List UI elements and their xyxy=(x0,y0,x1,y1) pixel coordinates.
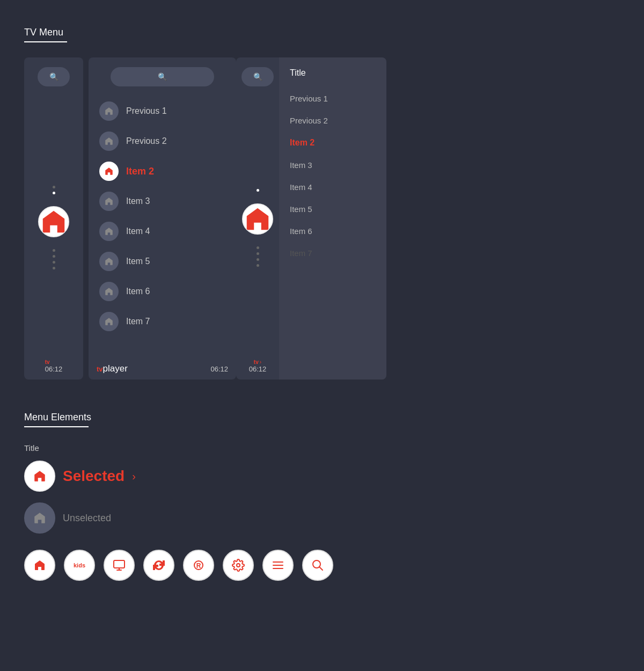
panel-3-footer: tv › 06:12 xyxy=(249,359,267,380)
kids-icon-button[interactable]: kids xyxy=(64,550,95,581)
home-icon-circle xyxy=(99,282,119,301)
dot xyxy=(257,264,259,267)
panel-2: 🔍 Previous 1 Previous 2 xyxy=(89,57,236,380)
panels-container: 🔍 xyxy=(0,47,644,396)
list-item[interactable]: Item 5 xyxy=(89,246,236,276)
tvplayer-logo-sm: tv xyxy=(45,359,63,365)
home-icon-circle xyxy=(99,312,119,331)
dot-active xyxy=(53,192,55,194)
unselected-home-icon-large[interactable] xyxy=(24,502,55,534)
dots-nav-p1-bottom xyxy=(53,249,55,269)
search-icon-p3: 🔍 xyxy=(253,72,262,81)
list-item[interactable]: Item 6 xyxy=(89,276,236,307)
home-icon-circle xyxy=(99,192,119,211)
home-icon-circle xyxy=(99,101,119,121)
tv-logo-part: tv xyxy=(45,359,50,365)
tv-menu-section-header: TV Menu xyxy=(0,0,644,47)
home-icon-circle xyxy=(99,252,119,271)
menu-elements-title: Menu Elements xyxy=(24,412,620,423)
menu-item-label: Previous 1 xyxy=(126,106,167,116)
panel-3-content: 🔍 tv xyxy=(236,57,279,380)
dot xyxy=(257,246,259,249)
list-icon-button[interactable] xyxy=(262,550,294,581)
dot xyxy=(257,252,259,255)
dot xyxy=(53,267,55,269)
list-item[interactable]: Item 6 xyxy=(290,220,376,242)
record-icon-button[interactable]: R xyxy=(183,550,214,581)
selected-home-icon-p3[interactable] xyxy=(242,203,273,235)
list-item[interactable]: Previous 2 xyxy=(89,126,236,156)
list-item[interactable]: Item 4 xyxy=(290,176,376,198)
settings-icon-button[interactable] xyxy=(223,550,254,581)
list-item-faded[interactable]: Item 7 xyxy=(290,242,376,264)
panel-1-nav xyxy=(38,96,69,359)
menu-elements-section: Menu Elements Title Selected › Unselecte… xyxy=(0,396,644,581)
logo-tv-sm: tv xyxy=(254,359,259,365)
dot xyxy=(53,186,55,188)
dots-nav-p3-bottom xyxy=(257,246,259,267)
dots-nav-p3-top xyxy=(257,189,259,192)
time-p3: 06:12 xyxy=(249,365,267,373)
selected-home-icon-large[interactable] xyxy=(24,461,55,492)
list-item[interactable]: Item 5 xyxy=(290,198,376,220)
elements-title-label: Title xyxy=(24,443,620,453)
list-item[interactable]: Previous 1 xyxy=(89,96,236,126)
dot xyxy=(53,249,55,252)
time-p1: 06:12 xyxy=(45,365,63,373)
home-icon-circle xyxy=(99,132,119,151)
logo-player-part: player xyxy=(103,363,128,374)
icon-row: kids R xyxy=(24,550,620,581)
dots-nav-p1 xyxy=(53,186,55,194)
menu-item-label: Item 3 xyxy=(126,196,150,206)
search-icon-button[interactable] xyxy=(302,550,333,581)
panel-3-search-bar[interactable]: 🔍 xyxy=(241,67,274,86)
panel-1-footer: tv 06:12 xyxy=(45,359,63,380)
panel-2-footer: tv player 06:12 xyxy=(89,358,236,380)
panel-3: 🔍 tv xyxy=(236,57,279,380)
menu-item-label: Item 5 xyxy=(126,257,150,266)
logo-arrow: › xyxy=(260,359,261,365)
panel-1: 🔍 xyxy=(24,57,83,380)
menu-item-label: Previous 2 xyxy=(126,136,167,146)
panel-2-search-bar[interactable]: 🔍 xyxy=(111,67,214,86)
svg-line-8 xyxy=(319,567,323,570)
dot-active xyxy=(257,189,259,192)
selected-home-icon-p1[interactable] xyxy=(38,206,69,237)
list-item[interactable]: Item 7 xyxy=(89,307,236,337)
tvplayer-logo-p2: tv player xyxy=(97,363,128,374)
panel-4: Title Previous 1 Previous 2 Item 2 Item … xyxy=(279,57,386,380)
dot xyxy=(53,261,55,264)
list-item[interactable]: Previous 2 xyxy=(290,110,376,132)
list-item[interactable]: Item 3 xyxy=(89,186,236,216)
list-item[interactable]: Previous 1 xyxy=(290,87,376,110)
panel-4-menu-list: Previous 1 Previous 2 Item 2 Item 3 Item… xyxy=(279,82,386,380)
panel-4-title: Title xyxy=(279,57,386,82)
logo-tv-part: tv xyxy=(97,365,103,373)
tv-menu-underline xyxy=(24,41,67,42)
panel-1-search-bar[interactable]: 🔍 xyxy=(38,67,70,86)
home-icon-circle-selected xyxy=(99,162,119,181)
home-icon-button[interactable] xyxy=(24,550,55,581)
svg-rect-0 xyxy=(114,560,125,568)
search-icon-p2: 🔍 xyxy=(158,72,167,81)
menu-item-label-selected: Item 2 xyxy=(126,166,154,177)
svg-text:R: R xyxy=(196,562,201,570)
dot xyxy=(257,258,259,261)
catchup-icon-button[interactable] xyxy=(143,550,174,581)
chevron-right-icon: › xyxy=(132,470,136,483)
unselected-label: Unselected xyxy=(63,513,111,524)
menu-item-label: Item 6 xyxy=(126,287,150,296)
list-item-selected[interactable]: Item 2 xyxy=(290,132,376,154)
list-item[interactable]: Item 3 xyxy=(290,154,376,176)
menu-item-label: Item 4 xyxy=(126,227,150,236)
tvplayer-logo-p3: tv › xyxy=(249,359,267,365)
kids-label: kids xyxy=(74,562,85,568)
tv-menu-title: TV Menu xyxy=(24,27,620,38)
search-icon-p1: 🔍 xyxy=(49,72,58,81)
panel-3-nav xyxy=(242,96,273,359)
list-item-selected[interactable]: Item 2 xyxy=(89,156,236,186)
tv-icon-button[interactable] xyxy=(104,550,135,581)
list-item[interactable]: Item 4 xyxy=(89,216,236,246)
panel-1-content: 🔍 xyxy=(24,57,83,380)
menu-item-label: Item 7 xyxy=(126,317,150,326)
